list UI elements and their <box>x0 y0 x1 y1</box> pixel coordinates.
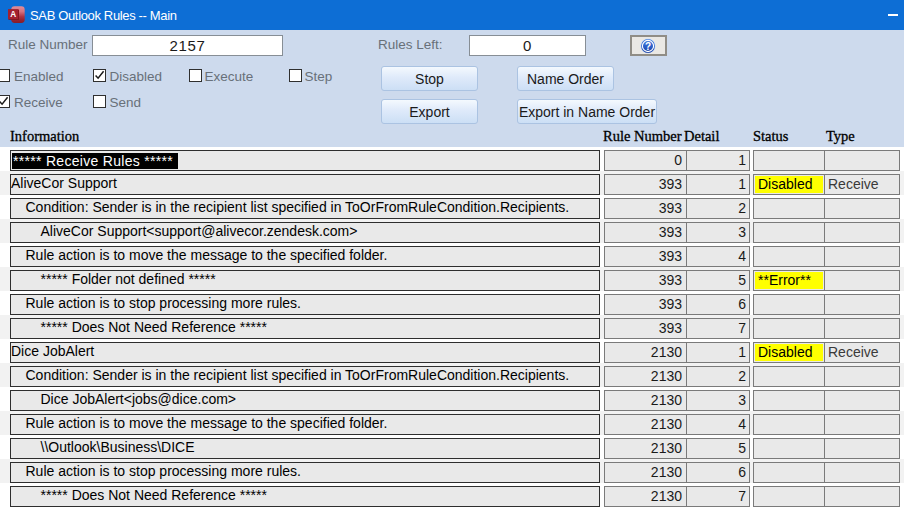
svg-text:A: A <box>10 10 16 19</box>
svg-text:?: ? <box>645 40 651 51</box>
